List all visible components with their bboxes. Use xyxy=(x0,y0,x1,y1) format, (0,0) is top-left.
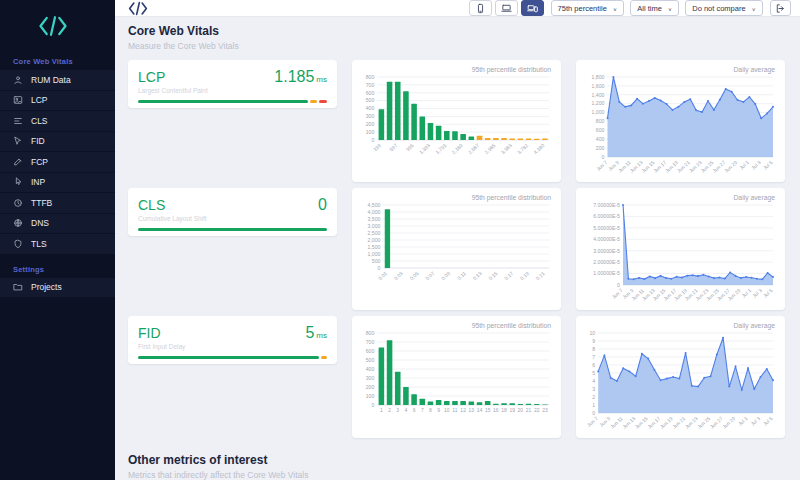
svg-text:2,985: 2,985 xyxy=(483,142,496,155)
percentile-dropdown[interactable]: 75th percentile∨ xyxy=(551,0,625,16)
svg-text:2,000: 2,000 xyxy=(368,237,381,243)
section-subtitle: Metrics that indirectly affect the Core … xyxy=(128,470,787,480)
compare-dropdown[interactable]: Do not compare∨ xyxy=(685,0,763,16)
svg-text:500: 500 xyxy=(366,357,375,363)
sign-out-button[interactable] xyxy=(770,0,791,16)
sidebar-item-cls[interactable]: CLS xyxy=(0,111,115,132)
svg-text:400: 400 xyxy=(596,136,605,142)
metric-card-lcp: LCP1.185msLargest Contentful Paint xyxy=(128,60,337,108)
sidebar-item-tls[interactable]: TLS xyxy=(0,234,115,255)
svg-text:500: 500 xyxy=(366,97,375,103)
svg-text:20: 20 xyxy=(518,407,524,413)
svg-text:0.01: 0.01 xyxy=(377,270,388,281)
metric-card-cls: CLS0Cumulative Layout Shift xyxy=(128,188,337,236)
svg-text:2: 2 xyxy=(592,394,595,400)
laptop-icon xyxy=(501,3,512,14)
sidebar-item-ttfb[interactable]: TTFB xyxy=(0,193,115,214)
exit-icon xyxy=(775,3,786,14)
sidebar-item-label: INP xyxy=(31,177,45,187)
svg-text:2,189: 2,189 xyxy=(451,142,464,155)
svg-text:0.05: 0.05 xyxy=(408,270,419,281)
metric-head-row: FID5ms xyxy=(138,324,327,342)
device-all-button[interactable] xyxy=(521,0,544,16)
sidebar-item-projects[interactable]: Projects xyxy=(0,278,115,299)
chevron-down-icon: ∨ xyxy=(668,5,672,11)
cursor-icon xyxy=(13,136,23,146)
svg-text:200: 200 xyxy=(596,145,605,151)
clock-icon xyxy=(13,198,23,208)
section-title: Core Web Vitals xyxy=(128,24,787,38)
fid-daily-chart: 012345678910Jun 7Jun 9Jun 11Jun 13Jun 15… xyxy=(586,330,775,432)
sidebar-item-fid[interactable]: FID xyxy=(0,132,115,153)
layout-icon xyxy=(13,116,23,126)
metric-subtitle: Cumulative Layout Shift xyxy=(138,215,327,222)
svg-text:Jul 3: Jul 3 xyxy=(751,287,763,299)
metric-value-number: 1.185 xyxy=(274,68,314,85)
phone-laptop-icon xyxy=(527,3,538,14)
svg-text:800: 800 xyxy=(366,74,375,80)
svg-text:23: 23 xyxy=(542,407,548,413)
svg-text:0.19: 0.19 xyxy=(519,270,530,281)
topbar: 75th percentile∨All time∨Do not compare∨ xyxy=(115,0,800,17)
svg-text:3,000: 3,000 xyxy=(368,223,381,229)
svg-text:Jun 21: Jun 21 xyxy=(671,415,686,430)
dropdown-value: 75th percentile xyxy=(558,4,607,13)
svg-text:3,383: 3,383 xyxy=(500,142,513,155)
device-desktop-button[interactable] xyxy=(495,0,518,16)
dropdown-value: Do not compare xyxy=(692,4,745,13)
device-mobile-button[interactable] xyxy=(469,0,492,16)
svg-text:1,400: 1,400 xyxy=(592,92,605,98)
svg-text:Jul 5: Jul 5 xyxy=(762,415,774,427)
app-logo-icon[interactable] xyxy=(0,0,115,47)
green-segment xyxy=(138,100,308,103)
svg-text:4,180: 4,180 xyxy=(532,142,545,155)
threshold-distribution-bar xyxy=(138,356,327,359)
svg-text:8: 8 xyxy=(429,407,432,413)
svg-text:18: 18 xyxy=(501,407,507,413)
svg-text:995: 995 xyxy=(405,142,415,152)
svg-text:600: 600 xyxy=(366,348,375,354)
time-range-dropdown[interactable]: All time∨ xyxy=(630,0,679,16)
sidebar-item-inp[interactable]: INP xyxy=(0,173,115,194)
histogram-label: 95th percentile distribution xyxy=(362,66,551,73)
daily-average-label: Daily average xyxy=(586,322,775,329)
svg-text:Jun 27: Jun 27 xyxy=(709,415,724,430)
dropdown-group: 75th percentile∨All time∨Do not compare∨ xyxy=(551,0,763,16)
metric-grid: LCP1.185msLargest Contentful Paint95th p… xyxy=(128,60,787,438)
metric-subtitle: First Input Delay xyxy=(138,343,327,350)
daily-average-label: Daily average xyxy=(586,194,775,201)
svg-text:300: 300 xyxy=(366,375,375,381)
svg-text:3: 3 xyxy=(592,386,595,392)
svg-text:700: 700 xyxy=(366,82,375,88)
metric-value-number: 0 xyxy=(318,196,327,213)
metric-head-row: CLS0 xyxy=(138,196,327,214)
sidebar-nav: Core Web VitalsRUM DataLCPCLSFIDFCPINPTT… xyxy=(0,47,115,298)
svg-text:3: 3 xyxy=(396,407,399,413)
svg-text:Jul 3: Jul 3 xyxy=(750,159,762,171)
svg-text:11: 11 xyxy=(452,407,457,413)
sidebar-item-fcp[interactable]: FCP xyxy=(0,152,115,173)
svg-text:21: 21 xyxy=(526,407,532,413)
cls-histogram-chart: 05001,0001,5002,0002,5003,0003,5004,0004… xyxy=(362,202,551,286)
sidebar-item-rum-data[interactable]: RUM Data xyxy=(0,70,115,91)
svg-text:Jun 7: Jun 7 xyxy=(595,159,608,172)
svg-text:7.00000E-5: 7.00000E-5 xyxy=(593,202,620,208)
svg-text:13: 13 xyxy=(469,407,475,413)
pointer-icon xyxy=(13,177,23,187)
metric-value-number: 5 xyxy=(305,324,314,341)
svg-text:4: 4 xyxy=(405,407,408,413)
svg-text:14: 14 xyxy=(477,407,483,413)
svg-text:1,393: 1,393 xyxy=(418,142,431,155)
svg-text:0: 0 xyxy=(617,282,620,288)
topbar-controls: 75th percentile∨All time∨Do not compare∨ xyxy=(469,0,791,16)
header-logo-icon xyxy=(128,1,148,16)
svg-text:800: 800 xyxy=(366,330,375,336)
daily-average-label: Daily average xyxy=(586,66,775,73)
svg-text:1,791: 1,791 xyxy=(434,142,447,155)
svg-text:1: 1 xyxy=(592,402,595,408)
svg-text:19: 19 xyxy=(509,407,515,413)
sidebar-item-dns[interactable]: DNS xyxy=(0,214,115,235)
sidebar-item-lcp[interactable]: LCP xyxy=(0,91,115,112)
svg-text:1,200: 1,200 xyxy=(592,100,605,106)
svg-text:100: 100 xyxy=(366,129,375,135)
